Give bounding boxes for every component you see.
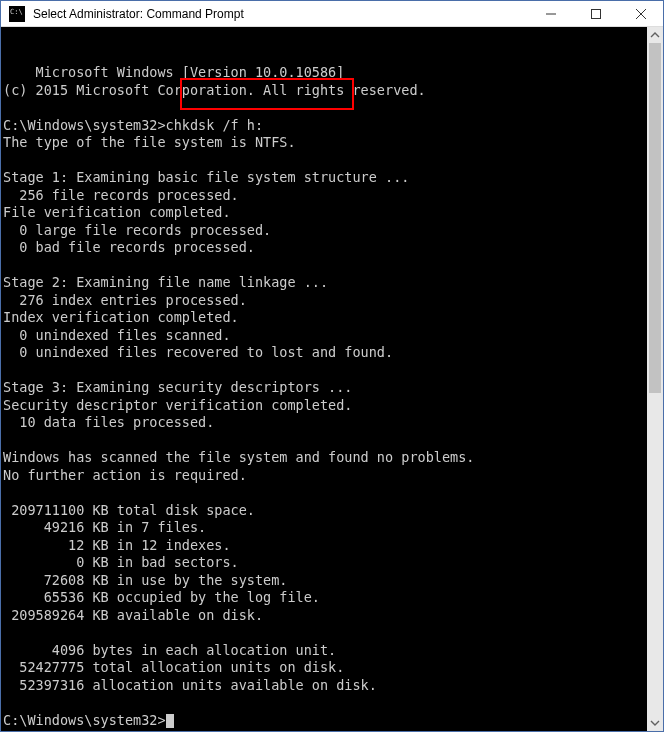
cmd-icon: [9, 6, 25, 22]
terminal-area: Microsoft Windows [Version 10.0.10586] (…: [1, 27, 663, 731]
scroll-thumb[interactable]: [649, 43, 661, 393]
svg-line-2: [636, 9, 646, 19]
text-cursor: [166, 714, 174, 728]
scroll-up-arrow[interactable]: [647, 27, 663, 43]
scroll-down-arrow[interactable]: [647, 715, 663, 731]
svg-rect-1: [591, 9, 600, 18]
command-prompt-window: Select Administrator: Command Prompt Mic…: [0, 0, 664, 732]
vertical-scrollbar[interactable]: [647, 27, 663, 731]
window-title: Select Administrator: Command Prompt: [33, 7, 528, 21]
window-controls: [528, 1, 663, 26]
close-button[interactable]: [618, 1, 663, 26]
titlebar[interactable]: Select Administrator: Command Prompt: [1, 1, 663, 27]
svg-line-3: [636, 9, 646, 19]
terminal-output[interactable]: Microsoft Windows [Version 10.0.10586] (…: [1, 27, 647, 731]
maximize-button[interactable]: [573, 1, 618, 26]
minimize-button[interactable]: [528, 1, 573, 26]
